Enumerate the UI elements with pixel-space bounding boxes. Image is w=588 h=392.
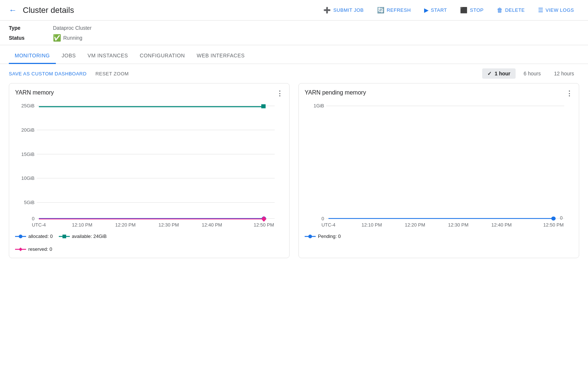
svg-text:0: 0	[560, 216, 563, 221]
legend-allocated: allocated: 0	[15, 234, 53, 239]
yarn-pending-legend: Pending: 0	[305, 234, 573, 239]
type-label: Type	[9, 25, 53, 31]
svg-text:12:20 PM: 12:20 PM	[405, 222, 425, 227]
back-button[interactable]: ←	[9, 6, 17, 15]
status-icon: ✅	[53, 34, 61, 42]
svg-text:12:30 PM: 12:30 PM	[448, 222, 468, 227]
svg-text:12:50 PM: 12:50 PM	[543, 222, 563, 227]
refresh-icon: 🔄	[377, 7, 385, 14]
svg-point-44	[308, 235, 312, 238]
svg-text:12:20 PM: 12:20 PM	[115, 222, 136, 227]
yarn-pending-header: YARN pending memory ⋮	[305, 89, 573, 97]
yarn-memory-chart: 25GiB 20GiB 15GiB 10GiB 5GiB 0	[15, 102, 283, 231]
charts-area: YARN memory ⋮ 25GiB 20GiB 15GiB 10GiB 5G…	[0, 83, 588, 267]
svg-text:25GiB: 25GiB	[21, 104, 35, 108]
stop-icon: ⬛	[460, 7, 468, 14]
refresh-button[interactable]: 🔄 REFRESH	[372, 4, 416, 16]
view-logs-button[interactable]: ☰ VIEW LOGS	[533, 4, 579, 16]
status-value: ✅ Running	[53, 34, 82, 42]
time-12h-button[interactable]: 12 hours	[549, 68, 579, 79]
delete-icon: 🗑	[497, 7, 503, 14]
svg-marker-29	[19, 247, 22, 251]
status-label: Status	[9, 35, 53, 41]
tab-jobs[interactable]: JOBS	[56, 48, 82, 64]
stop-button[interactable]: ⬛ STOP	[455, 4, 489, 16]
dashboard-controls: SAVE AS CUSTOM DASHBOARD RESET ZOOM ✓ 1 …	[0, 64, 588, 83]
svg-text:0: 0	[32, 216, 35, 221]
yarn-memory-more-icon[interactable]: ⋮	[276, 89, 283, 97]
svg-text:UTC-4: UTC-4	[322, 222, 336, 227]
svg-marker-17	[261, 216, 266, 222]
svg-point-35	[551, 217, 556, 221]
check-icon: ✓	[487, 71, 492, 76]
yarn-memory-card: YARN memory ⋮ 25GiB 20GiB 15GiB 10GiB 5G…	[9, 83, 290, 258]
yarn-pending-more-icon[interactable]: ⋮	[566, 89, 573, 97]
time-1h-button[interactable]: ✓ 1 hour	[482, 68, 516, 79]
svg-text:1GiB: 1GiB	[313, 104, 324, 108]
meta-type-row: Type Dataproc Cluster	[9, 24, 579, 32]
save-dashboard-link[interactable]: SAVE AS CUSTOM DASHBOARD	[9, 71, 87, 76]
svg-text:12:30 PM: 12:30 PM	[158, 222, 179, 227]
svg-text:12:10 PM: 12:10 PM	[72, 222, 92, 227]
start-icon: ▶	[424, 7, 429, 14]
toolbar: ← Cluster details ➕ SUBMIT JOB 🔄 REFRESH…	[0, 0, 588, 21]
time-6h-button[interactable]: 6 hours	[519, 68, 546, 79]
yarn-memory-title: YARN memory	[15, 89, 54, 96]
svg-text:20GiB: 20GiB	[21, 128, 35, 132]
svg-text:5GiB: 5GiB	[24, 200, 35, 205]
yarn-memory-legend: allocated: 0 available: 24GiB reserved: …	[15, 234, 283, 252]
submit-job-icon: ➕	[323, 7, 331, 14]
svg-text:10GiB: 10GiB	[21, 176, 35, 181]
time-selector: ✓ 1 hour 6 hours 12 hours	[482, 68, 579, 79]
tab-web-interfaces[interactable]: WEB INTERFACES	[191, 48, 251, 64]
view-logs-icon: ☰	[538, 7, 544, 14]
tab-monitoring[interactable]: MONITORING	[9, 48, 56, 64]
legend-available: available: 24GiB	[59, 234, 107, 239]
tab-configuration[interactable]: CONFIGURATION	[134, 48, 191, 64]
svg-text:15GiB: 15GiB	[21, 152, 35, 157]
legend-pending: Pending: 0	[305, 234, 341, 239]
back-icon: ←	[9, 6, 17, 15]
svg-text:0: 0	[322, 216, 324, 221]
tabs-container: MONITORING JOBS VM INSTANCES CONFIGURATI…	[0, 48, 588, 64]
meta-section: Type Dataproc Cluster Status ✅ Running	[0, 21, 588, 45]
submit-job-button[interactable]: ➕ SUBMIT JOB	[318, 4, 369, 16]
meta-status-row: Status ✅ Running	[9, 32, 579, 43]
type-value: Dataproc Cluster	[53, 25, 92, 31]
legend-reserved: reserved: 0	[15, 246, 283, 252]
svg-rect-13	[261, 104, 266, 108]
svg-rect-27	[62, 235, 66, 238]
svg-text:12:40 PM: 12:40 PM	[202, 222, 222, 227]
page-title: Cluster details	[23, 6, 74, 15]
svg-text:UTC-4: UTC-4	[32, 222, 46, 227]
start-button[interactable]: ▶ START	[419, 4, 452, 16]
yarn-pending-title: YARN pending memory	[305, 89, 366, 96]
yarn-memory-header: YARN memory ⋮	[15, 89, 283, 97]
delete-button[interactable]: 🗑 DELETE	[492, 5, 530, 16]
svg-text:12:50 PM: 12:50 PM	[254, 222, 274, 227]
svg-text:12:10 PM: 12:10 PM	[362, 222, 382, 227]
svg-text:12:40 PM: 12:40 PM	[491, 222, 512, 227]
reset-zoom-button[interactable]: RESET ZOOM	[96, 71, 129, 76]
yarn-pending-memory-card: YARN pending memory ⋮ 1GiB 0 0 UTC-4 12:…	[298, 83, 579, 258]
svg-point-25	[19, 235, 22, 238]
yarn-pending-chart: 1GiB 0 0 UTC-4 12:10 PM 12:20 PM 12:30 P…	[305, 102, 573, 231]
tab-vm-instances[interactable]: VM INSTANCES	[82, 48, 134, 64]
